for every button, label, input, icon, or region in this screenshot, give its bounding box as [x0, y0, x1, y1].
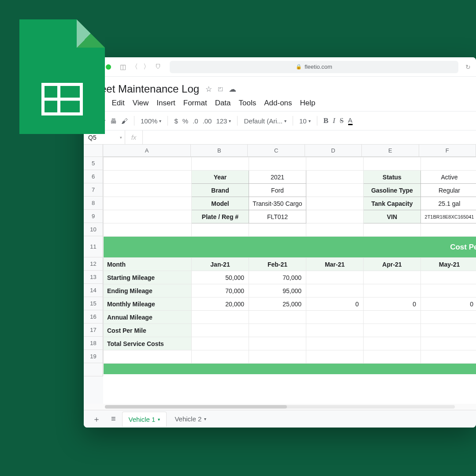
menu-insert[interactable]: Insert [156, 99, 175, 108]
star-icon[interactable]: ☆ [205, 85, 212, 94]
menu-edit[interactable]: Edit [112, 99, 124, 108]
currency-button[interactable]: $ [174, 117, 178, 125]
section-banner: Cost Pe [104, 237, 476, 258]
table-row [104, 223, 476, 237]
browser-chrome: ◫ 〈 〉 ⛉ 🔒 fleetio.com ↻ [84, 57, 476, 77]
move-folder-icon[interactable]: ⏍ [218, 85, 223, 93]
forward-icon[interactable]: 〉 [141, 62, 152, 72]
strikethrough-button[interactable]: S [340, 117, 344, 125]
number-format-select[interactable]: 123 [216, 117, 231, 125]
sidebar-toggle-icon[interactable]: ◫ [118, 62, 128, 72]
bold-button[interactable]: B [324, 116, 328, 125]
table-row: BrandFordGasoline TypeRegular [104, 184, 476, 197]
fx-icon: fx [125, 130, 143, 144]
menu-bar: File Edit View Insert Format Data Tools … [92, 99, 468, 111]
table-row: Plate / Reg #FLT012VIN2T1BR18E8XC165041 [104, 210, 476, 223]
menu-addons[interactable]: Add-ons [264, 99, 292, 108]
print-icon[interactable]: 🖶 [110, 117, 117, 125]
url-bar[interactable]: 🔒 fleetio.com [170, 61, 458, 73]
font-select[interactable]: Default (Ari... [244, 117, 286, 125]
table-row [104, 350, 476, 364]
decrease-decimal-button[interactable]: .0 [193, 117, 198, 125]
reload-icon[interactable]: ↻ [465, 63, 471, 71]
zoom-select[interactable]: 100% [141, 117, 161, 125]
google-sheets-logo [19, 19, 105, 134]
table-row [104, 157, 476, 171]
sheet-tab-vehicle2[interactable]: Vehicle 2 [168, 412, 212, 427]
table-row: Monthly Mileage20,00025,000000 [104, 298, 476, 311]
italic-button[interactable]: I [333, 116, 335, 125]
paint-format-icon[interactable]: 🖌 [121, 117, 128, 125]
menu-help[interactable]: Help [300, 99, 316, 108]
horizontal-scrollbar[interactable] [84, 404, 476, 410]
column-headers[interactable]: ABCDEF [103, 145, 476, 157]
table-row: Cost Per Mile [104, 324, 476, 337]
section-banner [104, 364, 476, 374]
table-row: Total Service Costs [104, 337, 476, 350]
all-sheets-button[interactable]: ≡ [107, 414, 120, 424]
back-icon[interactable]: 〈 [130, 62, 140, 72]
font-size-select[interactable]: 10 [299, 117, 311, 125]
menu-format[interactable]: Format [183, 99, 207, 108]
toolbar: ↶ ↷ 🖶 🖌 100% $ % .0 .00 123 Default (Ari… [84, 111, 476, 130]
add-sheet-button[interactable]: ＋ [88, 414, 105, 424]
percent-button[interactable]: % [182, 117, 188, 125]
table-row: ModelTransit-350 CargoTank Capacity25.1 … [104, 197, 476, 210]
table-row: Ending Mileage70,00095,000 [104, 284, 476, 298]
cloud-icon[interactable]: ☁ [229, 85, 236, 94]
row-headers[interactable]: 5678910 11 1213141516171819 [84, 145, 103, 408]
table-row: Annual Mileage [104, 311, 476, 324]
url-text: fleetio.com [305, 63, 332, 70]
shield-icon[interactable]: ⛉ [155, 63, 161, 70]
sheet-tab-vehicle1[interactable]: Vehicle 1 [122, 412, 167, 427]
menu-view[interactable]: View [133, 99, 149, 108]
formula-bar[interactable] [143, 130, 476, 144]
lock-icon: 🔒 [296, 64, 302, 70]
menu-data[interactable]: Data [215, 99, 231, 108]
increase-decimal-button[interactable]: .00 [203, 117, 212, 125]
browser-window: ◫ 〈 〉 ⛉ 🔒 fleetio.com ↻ Fleet Maintenanc… [84, 57, 476, 428]
menu-tools[interactable]: Tools [239, 99, 257, 108]
spreadsheet-grid[interactable]: ABCDEF Year2021StatusActive BrandFordGas… [103, 145, 476, 408]
text-color-button[interactable]: A [348, 117, 353, 125]
table-row: Year2021StatusActive [104, 171, 476, 184]
document-title[interactable]: Fleet Maintenance Log [92, 83, 199, 95]
sheet-tabs: ＋ ≡ Vehicle 1 Vehicle 2 [84, 410, 476, 428]
table-row: MonthJan-21Feb-21Mar-21Apr-21May-21 [104, 258, 476, 271]
table-row: Starting Mileage50,00070,000 [104, 271, 476, 284]
